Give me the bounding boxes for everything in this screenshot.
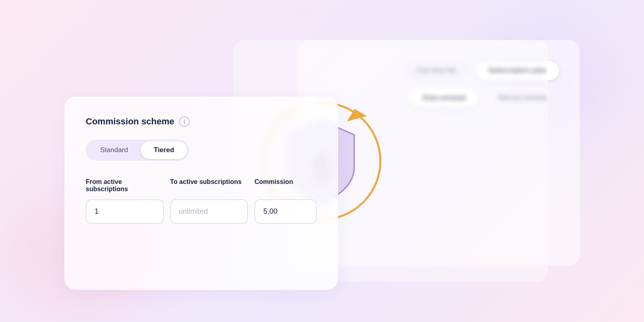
main-container: One-time fee Subscription plan Auto-rene… [40,20,604,302]
commission-field-wrapper: % [254,199,317,224]
from-field-wrapper [86,199,164,224]
to-field-wrapper [170,199,248,224]
column-headers: From active subscriptions To active subs… [86,178,317,193]
commission-header: Commission scheme i [86,116,317,127]
from-subscriptions-input[interactable] [86,199,164,224]
scheme-tiered-button[interactable]: Tiered [141,141,187,159]
col-from-subscriptions: From active subscriptions [86,178,164,193]
commission-value-input[interactable] [255,200,317,223]
commission-scheme-title: Commission scheme [86,116,174,127]
input-row: % [86,199,317,224]
col-to-subscriptions: To active subscriptions [170,178,248,193]
to-subscriptions-input[interactable] [170,199,248,224]
scheme-toggle: Standard Tiered [86,140,189,161]
scheme-standard-button[interactable]: Standard [87,141,141,159]
info-icon[interactable]: i [179,116,190,127]
left-card: Commission scheme i Standard Tiered From… [64,97,338,290]
col-commission: Commission [254,178,317,193]
